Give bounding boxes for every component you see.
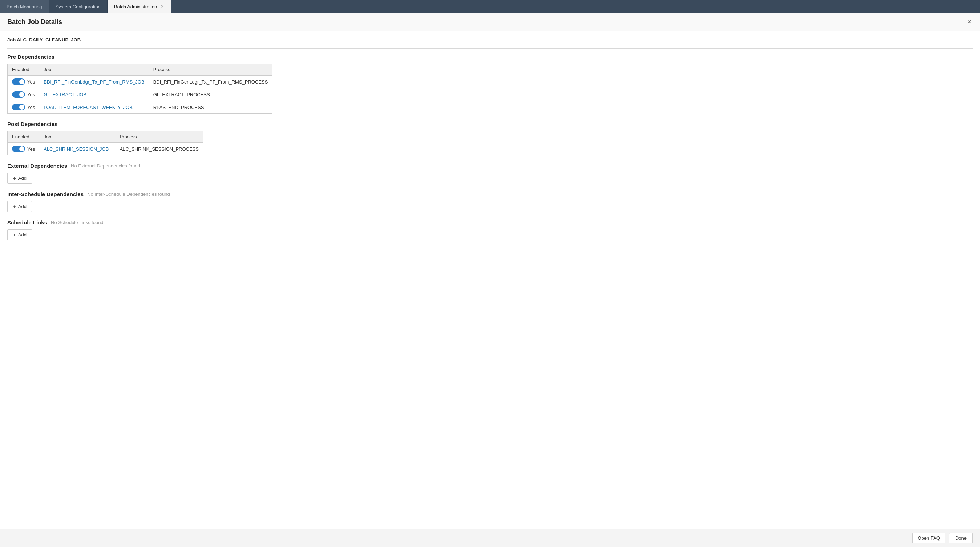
tab-bar: Batch Monitoring System Configuration Ba… (0, 0, 980, 13)
post-dep-row-1-toggle-label: Yes (27, 146, 35, 152)
schedule-links-note: No Schedule Links found (51, 220, 103, 225)
post-dep-col-enabled: Enabled (8, 131, 40, 143)
pre-dep-row-2-toggle-label: Yes (27, 92, 35, 97)
schedule-links-header: Schedule Links No Schedule Links found (7, 219, 973, 226)
pre-dep-row-2-enabled: Yes (8, 88, 40, 101)
post-dep-row-1-toggle[interactable] (12, 146, 25, 152)
pre-dep-row-2-process: GL_EXTRACT_PROCESS (149, 88, 272, 101)
inter-schedule-dependencies-add-label: Add (18, 204, 27, 209)
schedule-links-add-label: Add (18, 232, 27, 237)
pre-dep-col-enabled: Enabled (8, 64, 40, 76)
pre-dep-row-1-process: BDI_RFI_FinGenLdgr_Tx_PF_From_RMS_PROCES… (149, 76, 272, 88)
pre-dep-row-2-toggle-wrap: Yes (12, 91, 35, 98)
post-dependencies-table: Enabled Job Process Yes ALC_SHRINK_SESS (7, 131, 204, 156)
dialog-header: Batch Job Details × (0, 13, 980, 31)
pre-dep-row-1-toggle-wrap: Yes (12, 78, 35, 85)
pre-dep-row-3-toggle-wrap: Yes (12, 104, 35, 110)
pre-dep-col-process: Process (149, 64, 272, 76)
external-dependencies-add-button[interactable]: + Add (7, 173, 32, 184)
schedule-links-add-button[interactable]: + Add (7, 229, 32, 240)
post-dependencies-title: Post Dependencies (7, 121, 973, 127)
inter-schedule-dependencies-note: No Inter-Schedule Dependencies found (87, 191, 170, 197)
inter-schedule-dependencies-header: Inter-Schedule Dependencies No Inter-Sch… (7, 191, 973, 197)
post-dep-col-process: Process (116, 131, 204, 143)
dialog-title: Batch Job Details (7, 18, 62, 26)
schedule-links-title: Schedule Links (7, 219, 47, 226)
pre-dep-row-3-toggle-label: Yes (27, 105, 35, 110)
pre-dep-row-2-toggle[interactable] (12, 91, 25, 98)
inter-schedule-dependencies-add-button[interactable]: + Add (7, 201, 32, 212)
external-dependencies-add-plus-icon: + (13, 175, 16, 181)
post-dep-row-1-job-link[interactable]: ALC_SHRINK_SESSION_JOB (44, 146, 108, 152)
post-dep-row-1-process: ALC_SHRINK_SESSION_PROCESS (116, 143, 204, 156)
done-button[interactable]: Done (949, 533, 973, 543)
inter-schedule-dependencies-title: Inter-Schedule Dependencies (7, 191, 84, 197)
pre-dep-row-3-job: LOAD_ITEM_FORECAST_WEEKLY_JOB (39, 101, 149, 114)
pre-dep-row-1-toggle-label: Yes (27, 79, 35, 84)
pre-dependencies-table: Enabled Job Process Yes BDI_RFI_FinGenL (7, 64, 272, 114)
post-dep-row-1-job: ALC_SHRINK_SESSION_JOB (39, 143, 115, 156)
post-dep-col-job: Job (39, 131, 115, 143)
open-faq-button[interactable]: Open FAQ (912, 533, 945, 543)
pre-dep-row-3-enabled: Yes (8, 101, 40, 114)
pre-dep-row-3-job-link[interactable]: LOAD_ITEM_FORECAST_WEEKLY_JOB (44, 105, 132, 110)
tab-batch-monitoring-label: Batch Monitoring (6, 4, 42, 10)
external-dependencies-add-label: Add (18, 175, 27, 181)
pre-dep-row-1-enabled: Yes (8, 76, 40, 88)
pre-dep-header-row: Enabled Job Process (8, 64, 272, 76)
pre-dep-row-3: Yes LOAD_ITEM_FORECAST_WEEKLY_JOB RPAS_E… (8, 101, 272, 114)
schedule-links-add-plus-icon: + (13, 232, 16, 238)
job-label: Job ALC_DAILY_CLEANUP_JOB (7, 37, 973, 43)
tab-system-configuration[interactable]: System Configuration (49, 0, 108, 13)
tab-system-configuration-label: System Configuration (56, 4, 100, 10)
tab-batch-administration-close[interactable]: × (160, 4, 165, 10)
pre-dep-row-1: Yes BDI_RFI_FinGenLdgr_Tx_PF_From_RMS_JO… (8, 76, 272, 88)
post-dep-row-1-enabled: Yes (8, 143, 40, 156)
pre-dep-row-3-toggle[interactable] (12, 104, 25, 110)
pre-dep-col-job: Job (39, 64, 149, 76)
main-content: Batch Job Details × Job ALC_DAILY_CLEANU… (0, 13, 980, 547)
post-dep-row-1-toggle-wrap: Yes (12, 146, 35, 152)
tab-batch-monitoring[interactable]: Batch Monitoring (0, 0, 49, 13)
external-dependencies-note: No External Dependencies found (71, 163, 140, 169)
bottom-bar: Open FAQ Done (0, 529, 980, 547)
section-divider-1 (7, 48, 973, 49)
post-dep-row-1: Yes ALC_SHRINK_SESSION_JOB ALC_SHRINK_SE… (8, 143, 204, 156)
pre-dep-row-1-job-link[interactable]: BDI_RFI_FinGenLdgr_Tx_PF_From_RMS_JOB (44, 79, 144, 84)
pre-dep-row-3-process: RPAS_END_PROCESS (149, 101, 272, 114)
inter-schedule-dependencies-add-plus-icon: + (13, 204, 16, 210)
dialog-body: Job ALC_DAILY_CLEANUP_JOB Pre Dependenci… (0, 31, 980, 253)
pre-dep-row-1-toggle[interactable] (12, 78, 25, 85)
pre-dependencies-title: Pre Dependencies (7, 54, 973, 60)
pre-dep-row-2: Yes GL_EXTRACT_JOB GL_EXTRACT_PROCESS (8, 88, 272, 101)
pre-dep-row-2-job-link[interactable]: GL_EXTRACT_JOB (44, 92, 86, 97)
pre-dep-row-1-job: BDI_RFI_FinGenLdgr_Tx_PF_From_RMS_JOB (39, 76, 149, 88)
tab-batch-administration-label: Batch Administration (114, 4, 157, 10)
post-dep-header-row: Enabled Job Process (8, 131, 204, 143)
pre-dep-row-2-job: GL_EXTRACT_JOB (39, 88, 149, 101)
dialog-close-button[interactable]: × (966, 18, 973, 26)
external-dependencies-header: External Dependencies No External Depend… (7, 163, 973, 169)
tab-batch-administration[interactable]: Batch Administration × (108, 0, 172, 13)
external-dependencies-title: External Dependencies (7, 163, 67, 169)
